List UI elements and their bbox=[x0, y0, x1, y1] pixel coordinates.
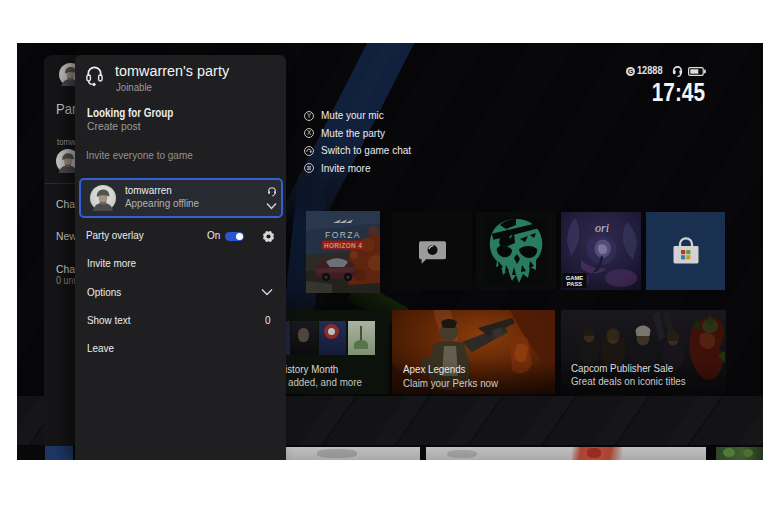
svg-text:G: G bbox=[628, 67, 634, 76]
svg-text:PASS: PASS bbox=[567, 281, 582, 287]
svg-text:GAME: GAME bbox=[566, 275, 584, 281]
svg-text:X: X bbox=[307, 129, 312, 136]
svg-text:Y: Y bbox=[307, 112, 312, 119]
